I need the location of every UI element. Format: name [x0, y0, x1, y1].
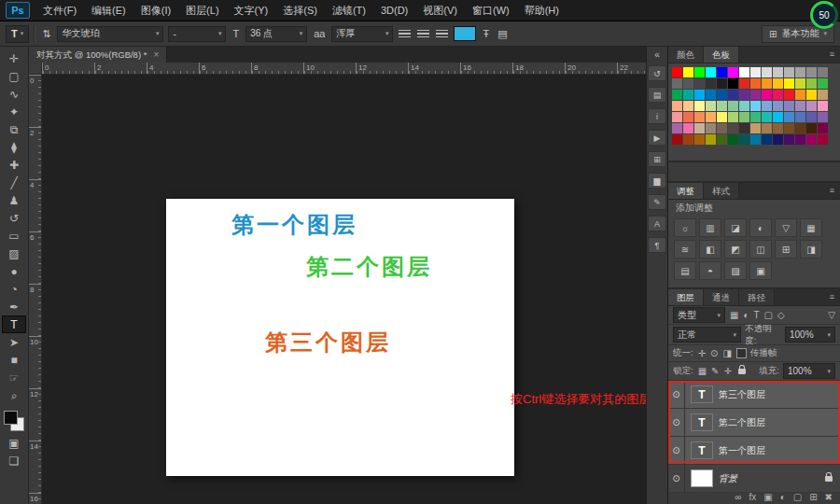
black-white-icon[interactable]: ◧ — [699, 240, 721, 259]
color-swatch[interactable] — [806, 78, 817, 89]
color-swatch[interactable] — [762, 90, 772, 100]
color-swatch[interactable] — [773, 101, 783, 111]
foreground-color-swatch[interactable] — [4, 411, 18, 425]
color-swatch[interactable] — [818, 78, 828, 89]
color-swatch[interactable] — [784, 134, 794, 145]
eyedropper-tool[interactable]: ⧫ — [2, 138, 26, 156]
color-swatch[interactable] — [672, 101, 682, 111]
color-swatch[interactable] — [672, 123, 682, 133]
panel-menu-icon[interactable]: ≡ — [824, 183, 840, 199]
tab-swatches[interactable]: 色板 — [704, 47, 739, 63]
path-selection-tool[interactable]: ➤ — [2, 333, 26, 351]
quick-selection-tool[interactable]: ✦ — [2, 103, 26, 120]
color-swatch[interactable] — [728, 78, 738, 89]
color-swatch[interactable] — [784, 90, 794, 100]
canvas-text-layer[interactable]: 第一个图层 — [231, 210, 357, 240]
menu-item[interactable]: 文件(F) — [35, 0, 84, 21]
delete-layer-icon[interactable]: ✖ — [825, 492, 833, 502]
color-swatch[interactable] — [683, 78, 693, 89]
color-swatch[interactable] — [672, 78, 682, 89]
lock-pixels-icon[interactable]: ✎ — [710, 366, 720, 376]
invert-icon[interactable]: ◨ — [800, 240, 822, 259]
align-center-icon[interactable] — [417, 30, 429, 38]
color-swatch[interactable] — [806, 134, 817, 145]
layer-style-icon[interactable]: fx — [749, 492, 756, 502]
filter-shape-layers-icon[interactable]: ▢ — [763, 310, 774, 320]
menu-item[interactable]: 图像(I) — [133, 0, 178, 21]
lasso-tool[interactable]: ∿ — [2, 85, 26, 103]
color-swatch[interactable] — [706, 67, 716, 77]
menu-item[interactable]: 滤镜(T) — [325, 0, 373, 21]
color-swatch[interactable] — [683, 134, 693, 145]
gradient-map-icon[interactable]: ▨ — [724, 261, 747, 280]
lock-all-icon[interactable] — [738, 369, 746, 374]
color-swatch[interactable] — [717, 112, 727, 122]
canvas-text-layer[interactable]: 第二个图层 — [306, 252, 432, 282]
color-swatch[interactable] — [795, 112, 805, 122]
align-right-icon[interactable] — [436, 30, 448, 38]
document-page[interactable]: 第一个图层 第二个图层 第三个图层 — [166, 199, 514, 476]
hand-tool[interactable]: ☞ — [2, 369, 26, 386]
properties-panel-icon[interactable]: ▤ — [648, 87, 666, 103]
layer-name[interactable]: 第二个图层 — [719, 416, 835, 429]
color-swatch[interactable] — [784, 112, 794, 122]
eraser-tool[interactable]: ▭ — [2, 227, 26, 245]
panel-menu-icon[interactable]: ≡ — [824, 289, 840, 305]
filter-type-select[interactable]: 类型 ▾ — [673, 307, 725, 323]
type-tool[interactable]: T — [2, 315, 26, 333]
menu-item[interactable]: 视图(V) — [415, 0, 465, 21]
color-swatch[interactable] — [706, 112, 716, 122]
text-color-swatch[interactable] — [454, 26, 476, 41]
color-swatch[interactable] — [694, 112, 705, 122]
font-family-select[interactable]: 华文琥珀 ▾ — [57, 26, 163, 42]
new-layer-icon[interactable]: ⊞ — [809, 492, 817, 502]
color-swatch[interactable] — [750, 112, 761, 122]
layer-row[interactable]: ⊙ T 第二个图层 — [668, 409, 840, 437]
layer-name[interactable]: 背景 — [719, 472, 819, 485]
screen-mode-icon[interactable]: ❏ — [2, 452, 26, 469]
color-lookup-icon[interactable]: ⊞ — [775, 240, 797, 259]
visibility-eye-icon[interactable]: ⊙ — [668, 465, 685, 492]
lock-transparency-icon[interactable]: ▦ — [697, 366, 707, 376]
filter-smart-objects-icon[interactable]: ◇ — [777, 310, 786, 320]
menu-item[interactable]: 3D(D) — [373, 0, 415, 21]
color-swatch[interactable] — [728, 134, 738, 145]
color-swatch[interactable] — [806, 90, 817, 100]
color-swatch[interactable] — [773, 78, 783, 89]
color-swatch[interactable] — [694, 90, 705, 100]
brush-tool[interactable]: ╱ — [2, 174, 26, 191]
color-swatch[interactable] — [795, 101, 805, 111]
unify-style-icon[interactable]: ◨ — [721, 348, 732, 358]
color-swatch[interactable] — [750, 134, 761, 145]
info-panel-icon[interactable]: i — [648, 108, 666, 124]
color-swatch[interactable] — [717, 101, 727, 111]
propagate-frames-checkbox[interactable] — [736, 348, 747, 358]
color-swatch[interactable] — [739, 134, 749, 145]
threshold-icon[interactable]: ◓ — [699, 261, 721, 280]
color-swatch[interactable] — [717, 78, 727, 89]
lock-position-icon[interactable]: ✛ — [722, 366, 732, 376]
color-swatch[interactable] — [818, 90, 828, 100]
color-swatch[interactable] — [762, 78, 772, 89]
color-swatch[interactable] — [773, 67, 783, 77]
color-swatch[interactable] — [806, 123, 817, 133]
color-swatch[interactable] — [672, 134, 682, 145]
tab-paths[interactable]: 路径 — [739, 289, 775, 305]
history-brush-tool[interactable]: ↺ — [2, 209, 26, 227]
color-swatch[interactable] — [806, 101, 817, 111]
color-swatch[interactable] — [739, 123, 749, 133]
color-swatch[interactable] — [750, 101, 761, 111]
color-swatch[interactable] — [784, 78, 794, 89]
color-swatch[interactable] — [773, 134, 783, 145]
filter-toggle-icon[interactable]: ▽ — [828, 310, 835, 320]
color-swatch[interactable] — [683, 123, 693, 133]
color-swatch[interactable] — [717, 67, 727, 77]
zoom-tool[interactable]: ⌕ — [2, 386, 26, 404]
color-swatch[interactable] — [717, 123, 727, 133]
color-swatch[interactable] — [717, 134, 727, 145]
foreground-background-colors[interactable] — [4, 411, 24, 431]
font-size-select[interactable]: 36 点 ▾ — [245, 26, 307, 42]
color-swatch[interactable] — [672, 90, 682, 100]
layer-mask-icon[interactable]: ▣ — [763, 492, 772, 502]
character-panel-icon[interactable]: A — [648, 216, 666, 231]
